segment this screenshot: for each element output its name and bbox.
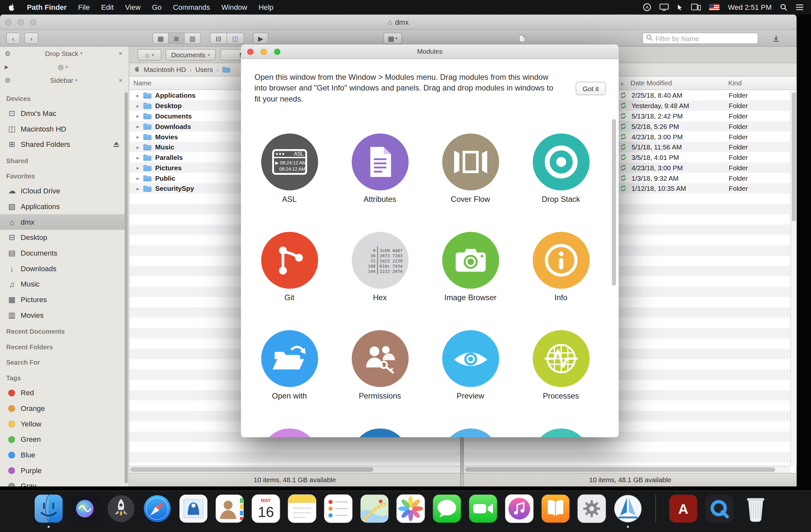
devices-status-icon[interactable]	[691, 4, 701, 11]
gear-icon[interactable]: ⚙	[4, 76, 11, 84]
drop-stack-target-icon[interactable]: ◎	[58, 63, 63, 71]
dock-maps[interactable]	[360, 494, 389, 523]
breadcrumb-home-segment[interactable]: ⌂▾	[138, 49, 162, 61]
column-header-date-modified[interactable]: Date Modified	[630, 79, 672, 87]
breadcrumb-segment[interactable]: Documents▾	[166, 49, 216, 61]
dock-reminders[interactable]	[324, 494, 353, 523]
menu-go[interactable]: Go	[152, 3, 162, 11]
module-partial-3[interactable]	[425, 428, 516, 437]
modules-scrollbar-thumb[interactable]	[612, 119, 616, 286]
dock-trash[interactable]	[741, 494, 770, 523]
menu-window[interactable]: Window	[221, 3, 247, 11]
tag-purple[interactable]: Purple	[0, 463, 125, 478]
close-icon[interactable]: ×	[117, 50, 124, 57]
column-header-kind[interactable]: Kind	[728, 79, 742, 87]
sidebar-item-dmx-s-mac[interactable]: ⊡Dmx's Mac	[0, 106, 125, 121]
proxy-document-icon[interactable]	[515, 33, 529, 44]
module-hex[interactable]: 03c69 6d67362073 7263723d22 2220108616c …	[335, 232, 425, 302]
input-source-us-flag-icon[interactable]	[709, 4, 720, 11]
disclosure-triangle-icon[interactable]: ▸	[137, 186, 143, 191]
sidebar-scrollbar[interactable]	[125, 91, 128, 485]
disclosure-triangle-icon[interactable]: ▸	[137, 154, 143, 160]
modules-titlebar[interactable]: Modules	[241, 45, 619, 59]
module-drop-stack[interactable]: Drop Stack	[516, 134, 606, 204]
gear-icon[interactable]: ⚙	[4, 49, 11, 57]
dock-path-finder[interactable]	[613, 494, 642, 523]
dock-siri[interactable]	[70, 494, 99, 523]
disclosure-triangle-icon[interactable]: ▸	[137, 144, 143, 150]
menu-file[interactable]: File	[78, 3, 90, 11]
module-open-with[interactable]: Open with	[244, 330, 335, 400]
module-partial-4[interactable]	[516, 428, 606, 437]
pointer-status-icon[interactable]	[677, 4, 683, 11]
eject-icon[interactable]	[113, 142, 119, 147]
menu-view[interactable]: View	[125, 3, 141, 11]
column-view-button[interactable]: ▥	[185, 33, 200, 44]
dock-ibooks[interactable]	[541, 494, 570, 523]
dock-photos[interactable]	[396, 494, 425, 523]
tag-red[interactable]: Red	[0, 385, 125, 400]
play-preview-button[interactable]: ▶	[253, 33, 269, 44]
menu-help[interactable]: Help	[258, 3, 273, 11]
menu-bar-clock[interactable]: Wed 2:51 PM	[728, 3, 771, 11]
dock-itunes[interactable]	[505, 494, 534, 523]
module-permissions[interactable]: Permissions	[335, 330, 425, 400]
dock-contacts[interactable]	[215, 494, 244, 523]
sidebar-item-music[interactable]: ♫Music	[0, 276, 125, 292]
dock-acrobat[interactable]: A	[669, 494, 698, 523]
dock-safari[interactable]	[143, 494, 172, 523]
vertical-split-button[interactable]: ◫	[227, 33, 244, 44]
dock-facetime[interactable]	[469, 494, 498, 523]
sidebar-item-pictures[interactable]: ▦Pictures	[0, 292, 125, 307]
menu-edit[interactable]: Edit	[101, 3, 113, 11]
grid-options-button[interactable]: ▦▾	[383, 33, 402, 44]
tag-yellow[interactable]: Yellow	[0, 416, 125, 432]
got-it-button[interactable]: Got it	[576, 82, 606, 95]
tag-gray[interactable]: Gray	[0, 478, 125, 486]
horizontal-scrollbar[interactable]	[464, 466, 791, 473]
disclosure-triangle-icon[interactable]: ▸	[137, 123, 143, 129]
dock-system-preferences[interactable]	[577, 494, 606, 523]
disclosure-triangle-icon[interactable]: ▸	[137, 103, 143, 108]
list-view-button[interactable]: ≣	[169, 33, 185, 44]
horizontal-scrollbar[interactable]	[129, 466, 460, 473]
display-status-icon[interactable]	[660, 4, 669, 11]
dock-notes[interactable]	[288, 494, 317, 523]
close-icon[interactable]: ×	[117, 77, 124, 84]
module-git[interactable]: Git	[244, 232, 335, 302]
module-info[interactable]: Info	[516, 232, 606, 302]
disclosure-triangle-icon[interactable]: ▸	[137, 113, 143, 119]
disclosure-triangle-icon[interactable]: ▸	[137, 165, 143, 170]
icon-view-button[interactable]: ▦	[153, 33, 169, 44]
apple-menu-icon[interactable]	[8, 3, 15, 12]
sidebar-item-movies[interactable]: ▥Movies	[0, 307, 125, 323]
sidebar-item-applications[interactable]: ▧Applications	[0, 199, 125, 214]
path-crumb[interactable]: Users	[195, 66, 213, 74]
dock-quicktime[interactable]	[705, 494, 734, 523]
sidebar-item-documents[interactable]: ▤Documents	[0, 245, 125, 261]
menu-commands[interactable]: Commands	[173, 3, 210, 11]
sidebar-item-downloads[interactable]: ↓Downloads	[0, 261, 125, 276]
dock-messages[interactable]	[432, 494, 461, 523]
spotlight-search-icon[interactable]	[780, 4, 787, 11]
notification-center-icon[interactable]	[795, 4, 804, 11]
dock-mail[interactable]	[179, 494, 208, 523]
sidebar-item-icloud-drive[interactable]: ☁iCloud Drive	[0, 183, 125, 199]
active-app-name[interactable]: Path Finder	[27, 3, 67, 11]
sidebar-item-shared-folders[interactable]: ⊞Shared Folders	[0, 137, 125, 152]
module-cover-flow[interactable]: Cover Flow	[425, 134, 516, 204]
column-header-name[interactable]: Name	[129, 79, 151, 87]
circle-a-status-icon[interactable]: A	[643, 3, 651, 11]
dock-calendar[interactable]: MAY16	[251, 494, 280, 523]
download-icon[interactable]	[769, 33, 782, 44]
sidebar-item-dmx[interactable]: ⌂dmx	[0, 214, 125, 230]
horizontal-split-button[interactable]: ⊟	[210, 33, 227, 44]
module-processes[interactable]: Processes	[516, 330, 606, 400]
window-titlebar[interactable]: ⌂ dmx	[0, 15, 797, 30]
back-button[interactable]: ‹	[6, 33, 20, 44]
filter-input[interactable]	[655, 34, 755, 42]
tag-green[interactable]: Green	[0, 431, 125, 447]
module-partial-2[interactable]	[335, 428, 425, 437]
dock-launchpad[interactable]	[106, 494, 135, 523]
sidebar-item-desktop[interactable]: ⊟Desktop	[0, 230, 125, 245]
